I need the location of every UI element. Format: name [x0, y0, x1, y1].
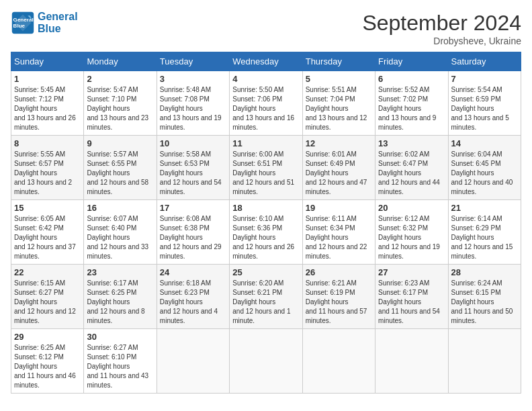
day-info: Sunrise: 6:00 AM Sunset: 6:51 PM Dayligh…: [232, 150, 299, 197]
day-number: 1: [14, 74, 81, 84]
day-info: Sunrise: 5:54 AM Sunset: 6:59 PM Dayligh…: [451, 85, 518, 132]
day-number: 8: [14, 138, 81, 148]
day-info: Sunrise: 5:50 AM Sunset: 7:06 PM Dayligh…: [232, 85, 299, 132]
location: Drobysheve, Ukraine: [362, 36, 521, 46]
day-number: 24: [160, 267, 226, 277]
calendar-cell: 7 Sunrise: 5:54 AM Sunset: 6:59 PM Dayli…: [448, 71, 521, 136]
day-number: 14: [451, 138, 518, 148]
calendar-cell: 8 Sunrise: 5:55 AM Sunset: 6:57 PM Dayli…: [11, 136, 84, 200]
calendar-row-1: 1 Sunrise: 5:45 AM Sunset: 7:12 PM Dayli…: [11, 71, 521, 136]
day-number: 13: [378, 138, 445, 148]
day-info: Sunrise: 6:01 AM Sunset: 6:49 PM Dayligh…: [306, 150, 372, 197]
day-info: Sunrise: 6:27 AM Sunset: 6:10 PM Dayligh…: [87, 343, 153, 390]
day-info: Sunrise: 6:11 AM Sunset: 6:34 PM Dayligh…: [306, 214, 372, 261]
header-saturday: Saturday: [448, 52, 521, 71]
header-tuesday: Tuesday: [157, 52, 229, 71]
header-sunday: Sunday: [11, 52, 84, 71]
logo-line2: Blue: [38, 23, 78, 35]
svg-text:Blue: Blue: [13, 23, 26, 29]
day-number: 17: [160, 203, 226, 213]
calendar-cell: 30 Sunrise: 6:27 AM Sunset: 6:10 PM Dayl…: [84, 329, 157, 394]
day-info: Sunrise: 6:21 AM Sunset: 6:19 PM Dayligh…: [306, 279, 372, 326]
calendar-cell: 5 Sunrise: 5:51 AM Sunset: 7:04 PM Dayli…: [302, 71, 375, 136]
day-number: 30: [87, 332, 153, 342]
day-number: 3: [160, 74, 226, 84]
logo-text-block: General Blue: [38, 11, 78, 34]
calendar-cell: [230, 329, 302, 394]
calendar-cell: 25 Sunrise: 6:20 AM Sunset: 6:21 PM Dayl…: [230, 265, 302, 329]
calendar-cell: 17 Sunrise: 6:08 AM Sunset: 6:38 PM Dayl…: [157, 200, 229, 265]
header-monday: Monday: [84, 52, 157, 71]
header-wednesday: Wednesday: [230, 52, 302, 71]
header-thursday: Thursday: [302, 52, 375, 71]
day-number: 21: [451, 203, 518, 213]
day-number: 6: [378, 74, 445, 84]
day-info: Sunrise: 5:55 AM Sunset: 6:57 PM Dayligh…: [14, 150, 81, 197]
calendar-cell: 3 Sunrise: 5:48 AM Sunset: 7:08 PM Dayli…: [157, 71, 229, 136]
day-info: Sunrise: 6:18 AM Sunset: 6:23 PM Dayligh…: [160, 279, 226, 326]
day-info: Sunrise: 6:24 AM Sunset: 6:15 PM Dayligh…: [451, 279, 518, 326]
day-info: Sunrise: 6:07 AM Sunset: 6:40 PM Dayligh…: [87, 214, 153, 261]
month-title: September 2024: [362, 11, 521, 36]
day-number: 7: [451, 74, 518, 84]
day-number: 23: [87, 267, 153, 277]
day-info: Sunrise: 6:04 AM Sunset: 6:45 PM Dayligh…: [451, 150, 518, 197]
calendar-cell: 15 Sunrise: 6:05 AM Sunset: 6:42 PM Dayl…: [11, 200, 84, 265]
calendar-cell: 1 Sunrise: 5:45 AM Sunset: 7:12 PM Dayli…: [11, 71, 84, 136]
calendar-cell: 16 Sunrise: 6:07 AM Sunset: 6:40 PM Dayl…: [84, 200, 157, 265]
calendar-cell: 4 Sunrise: 5:50 AM Sunset: 7:06 PM Dayli…: [230, 71, 302, 136]
day-info: Sunrise: 6:08 AM Sunset: 6:38 PM Dayligh…: [160, 214, 226, 261]
calendar-cell: [302, 329, 375, 394]
day-info: Sunrise: 6:14 AM Sunset: 6:29 PM Dayligh…: [451, 214, 518, 261]
calendar-cell: 28 Sunrise: 6:24 AM Sunset: 6:15 PM Dayl…: [448, 265, 521, 329]
calendar-cell: 20 Sunrise: 6:12 AM Sunset: 6:32 PM Dayl…: [375, 200, 448, 265]
day-number: 22: [14, 267, 81, 277]
day-info: Sunrise: 6:20 AM Sunset: 6:21 PM Dayligh…: [232, 279, 299, 326]
page-header: General Blue General Blue September 2024…: [11, 11, 521, 46]
day-number: 2: [87, 74, 153, 84]
calendar-row-3: 15 Sunrise: 6:05 AM Sunset: 6:42 PM Dayl…: [11, 200, 521, 265]
day-number: 27: [378, 267, 445, 277]
day-number: 29: [14, 332, 81, 342]
day-info: Sunrise: 6:12 AM Sunset: 6:32 PM Dayligh…: [378, 214, 445, 261]
calendar-cell: 11 Sunrise: 6:00 AM Sunset: 6:51 PM Dayl…: [230, 136, 302, 200]
calendar-cell: 12 Sunrise: 6:01 AM Sunset: 6:49 PM Dayl…: [302, 136, 375, 200]
day-number: 9: [87, 138, 153, 148]
day-number: 12: [306, 138, 372, 148]
calendar-cell: 13 Sunrise: 6:02 AM Sunset: 6:47 PM Dayl…: [375, 136, 448, 200]
calendar-cell: 10 Sunrise: 5:58 AM Sunset: 6:53 PM Dayl…: [157, 136, 229, 200]
calendar-cell: [157, 329, 229, 394]
day-info: Sunrise: 5:48 AM Sunset: 7:08 PM Dayligh…: [160, 85, 226, 132]
day-info: Sunrise: 6:23 AM Sunset: 6:17 PM Dayligh…: [378, 279, 445, 326]
day-number: 16: [87, 203, 153, 213]
calendar-cell: 22 Sunrise: 6:15 AM Sunset: 6:27 PM Dayl…: [11, 265, 84, 329]
day-number: 28: [451, 267, 518, 277]
day-info: Sunrise: 6:10 AM Sunset: 6:36 PM Dayligh…: [232, 214, 299, 261]
calendar-cell: 23 Sunrise: 6:17 AM Sunset: 6:25 PM Dayl…: [84, 265, 157, 329]
day-info: Sunrise: 5:51 AM Sunset: 7:04 PM Dayligh…: [306, 85, 372, 132]
calendar-cell: [448, 329, 521, 394]
day-number: 4: [232, 74, 299, 84]
logo: General Blue General Blue: [11, 11, 78, 35]
day-number: 19: [306, 203, 372, 213]
day-info: Sunrise: 5:47 AM Sunset: 7:10 PM Dayligh…: [87, 85, 153, 132]
calendar-row-2: 8 Sunrise: 5:55 AM Sunset: 6:57 PM Dayli…: [11, 136, 521, 200]
day-info: Sunrise: 6:02 AM Sunset: 6:47 PM Dayligh…: [378, 150, 445, 197]
weekday-header-row: Sunday Monday Tuesday Wednesday Thursday…: [11, 52, 521, 71]
day-info: Sunrise: 6:15 AM Sunset: 6:27 PM Dayligh…: [14, 279, 81, 326]
logo-line1: General: [38, 11, 78, 23]
day-info: Sunrise: 5:58 AM Sunset: 6:53 PM Dayligh…: [160, 150, 226, 197]
logo-icon: General Blue: [11, 11, 35, 35]
calendar-row-5: 29 Sunrise: 6:25 AM Sunset: 6:12 PM Dayl…: [11, 329, 521, 394]
title-block: September 2024 Drobysheve, Ukraine: [362, 11, 521, 46]
day-number: 5: [306, 74, 372, 84]
day-info: Sunrise: 6:17 AM Sunset: 6:25 PM Dayligh…: [87, 279, 153, 326]
day-number: 25: [232, 267, 299, 277]
calendar-cell: 19 Sunrise: 6:11 AM Sunset: 6:34 PM Dayl…: [302, 200, 375, 265]
calendar-cell: 24 Sunrise: 6:18 AM Sunset: 6:23 PM Dayl…: [157, 265, 229, 329]
day-number: 11: [232, 138, 299, 148]
day-number: 20: [378, 203, 445, 213]
calendar-cell: 27 Sunrise: 6:23 AM Sunset: 6:17 PM Dayl…: [375, 265, 448, 329]
header-friday: Friday: [375, 52, 448, 71]
calendar-cell: [375, 329, 448, 394]
